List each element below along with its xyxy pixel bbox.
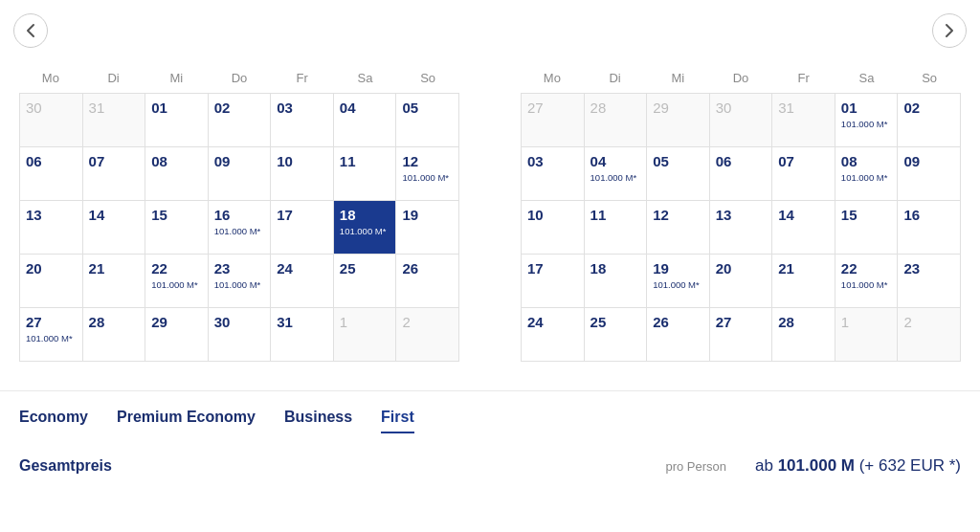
cal-day-cell[interactable]: 12 bbox=[647, 201, 710, 255]
cal-day-cell[interactable]: 07 bbox=[83, 147, 146, 201]
price-main: 101.000 M bbox=[778, 456, 855, 475]
cal-day-cell[interactable]: 01 bbox=[145, 94, 209, 147]
cal-day-cell[interactable]: 21 bbox=[83, 255, 146, 308]
cal-day-cell[interactable]: 16101.000 M* bbox=[209, 201, 272, 255]
cal-day-cell[interactable]: 22101.000 M* bbox=[145, 255, 209, 308]
cal-header-cell: So bbox=[396, 67, 459, 89]
cal-day-cell[interactable]: 12101.000 M* bbox=[396, 147, 459, 201]
calendar-right-grid: 272829303101101.000 M*020304101.000 M*05… bbox=[521, 93, 961, 362]
day-number: 09 bbox=[903, 153, 954, 170]
cal-day-cell[interactable]: 26 bbox=[647, 308, 710, 362]
cal-day-cell[interactable]: 15 bbox=[835, 201, 899, 255]
day-number: 08 bbox=[151, 153, 202, 170]
cal-header-cell: Do bbox=[208, 67, 271, 89]
tab-item-premium-economy[interactable]: Premium Economy bbox=[117, 409, 256, 433]
day-number: 17 bbox=[277, 207, 327, 224]
day-number: 1 bbox=[841, 314, 892, 331]
cal-day-cell[interactable]: 25 bbox=[334, 255, 397, 308]
cal-day-cell[interactable]: 11 bbox=[334, 147, 397, 201]
next-month-button[interactable] bbox=[932, 13, 967, 48]
cal-day-cell[interactable]: 14 bbox=[83, 201, 146, 255]
day-number: 31 bbox=[778, 100, 829, 117]
day-number: 21 bbox=[778, 260, 829, 277]
cal-day-cell[interactable]: 08101.000 M* bbox=[835, 147, 899, 201]
day-number: 30 bbox=[26, 100, 77, 117]
cal-day-cell[interactable]: 24 bbox=[522, 308, 585, 362]
cal-day-cell[interactable]: 03 bbox=[522, 147, 585, 201]
cal-day-cell: 2 bbox=[396, 308, 459, 362]
cal-day-cell[interactable]: 06 bbox=[20, 147, 83, 201]
cal-day-cell[interactable]: 10 bbox=[271, 147, 334, 201]
cal-day-cell[interactable]: 07 bbox=[772, 147, 835, 201]
tab-item-business[interactable]: Business bbox=[284, 409, 352, 433]
cal-day-cell[interactable]: 28 bbox=[83, 308, 146, 362]
cal-day-cell[interactable]: 02 bbox=[209, 94, 272, 147]
cal-day-cell[interactable]: 28 bbox=[772, 308, 835, 362]
cal-header-cell: Do bbox=[709, 67, 772, 89]
cal-day-cell[interactable]: 26 bbox=[396, 255, 459, 308]
cal-day-cell[interactable]: 30 bbox=[209, 308, 272, 362]
cal-day-cell[interactable]: 04 bbox=[334, 94, 397, 147]
cal-day-cell[interactable]: 23101.000 M* bbox=[209, 255, 272, 308]
cal-day-cell: 29 bbox=[647, 94, 710, 147]
tab-item-economy[interactable]: Economy bbox=[19, 409, 88, 433]
tab-item-first[interactable]: First bbox=[381, 409, 414, 433]
day-price: 101.000 M* bbox=[214, 279, 265, 290]
cal-day-cell[interactable]: 14 bbox=[772, 201, 835, 255]
cal-day-cell[interactable]: 03 bbox=[271, 94, 334, 147]
cal-day-cell[interactable]: 19 bbox=[396, 201, 459, 255]
cal-header-cell: Mi bbox=[646, 67, 709, 89]
cal-day-cell[interactable]: 19101.000 M* bbox=[647, 255, 710, 308]
cal-day-cell[interactable]: 06 bbox=[710, 147, 773, 201]
cal-day-cell[interactable]: 21 bbox=[772, 255, 835, 308]
price-prefix: ab bbox=[755, 456, 778, 475]
day-number: 02 bbox=[214, 100, 265, 117]
day-number: 18 bbox=[590, 260, 641, 277]
cal-day-cell[interactable]: 02 bbox=[898, 94, 961, 147]
day-number: 10 bbox=[527, 207, 578, 224]
cal-day-cell[interactable]: 05 bbox=[396, 94, 459, 147]
cal-day-cell[interactable]: 17 bbox=[522, 255, 585, 308]
cal-day-cell[interactable]: 20 bbox=[710, 255, 773, 308]
cal-day-cell[interactable]: 15 bbox=[145, 201, 209, 255]
cal-day-cell[interactable]: 10 bbox=[522, 201, 585, 255]
day-number: 01 bbox=[151, 100, 202, 117]
cal-day-cell[interactable]: 22101.000 M* bbox=[835, 255, 899, 308]
cal-day-cell[interactable]: 27 bbox=[710, 308, 773, 362]
cal-day-cell[interactable]: 24 bbox=[271, 255, 334, 308]
cal-day-cell: 30 bbox=[20, 94, 83, 147]
cal-day-cell[interactable]: 17 bbox=[271, 201, 334, 255]
cal-day-cell[interactable]: 31 bbox=[271, 308, 334, 362]
cal-header-cell: Mo bbox=[521, 67, 584, 89]
day-number: 12 bbox=[402, 153, 453, 170]
cal-day-cell[interactable]: 08 bbox=[145, 147, 209, 201]
cal-day-cell[interactable]: 09 bbox=[898, 147, 961, 201]
cal-day-cell[interactable]: 01101.000 M* bbox=[835, 94, 899, 147]
main-container: MoDiMiDoFrSaSo 3031010203040506070809101… bbox=[0, 0, 980, 532]
cal-day-cell[interactable]: 13 bbox=[20, 201, 83, 255]
day-number: 24 bbox=[277, 260, 327, 277]
cal-day-cell[interactable]: 23 bbox=[898, 255, 961, 308]
cal-day-cell[interactable]: 25 bbox=[585, 308, 648, 362]
cal-day-cell[interactable]: 05 bbox=[647, 147, 710, 201]
cal-day-cell[interactable]: 13 bbox=[710, 201, 773, 255]
day-number: 19 bbox=[653, 260, 703, 277]
cal-day-cell[interactable]: 11 bbox=[585, 201, 648, 255]
cal-day-cell[interactable]: 29 bbox=[145, 308, 209, 362]
cal-day-cell[interactable]: 27101.000 M* bbox=[20, 308, 83, 362]
cal-day-cell[interactable]: 09 bbox=[209, 147, 272, 201]
day-number: 04 bbox=[340, 100, 390, 117]
cal-day-cell[interactable]: 18 bbox=[585, 255, 648, 308]
calendars-container: MoDiMiDoFrSaSo 3031010203040506070809101… bbox=[0, 10, 980, 381]
day-number: 05 bbox=[653, 153, 703, 170]
cal-day-cell[interactable]: 18101.000 M* bbox=[334, 201, 397, 255]
day-number: 30 bbox=[716, 100, 767, 117]
day-number: 09 bbox=[214, 153, 265, 170]
day-number: 06 bbox=[26, 153, 77, 170]
day-number: 16 bbox=[214, 207, 265, 224]
cal-day-cell[interactable]: 16 bbox=[898, 201, 961, 255]
prev-month-button[interactable] bbox=[13, 13, 48, 48]
day-price: 101.000 M* bbox=[841, 119, 892, 129]
cal-day-cell[interactable]: 20 bbox=[20, 255, 83, 308]
cal-day-cell[interactable]: 04101.000 M* bbox=[585, 147, 648, 201]
